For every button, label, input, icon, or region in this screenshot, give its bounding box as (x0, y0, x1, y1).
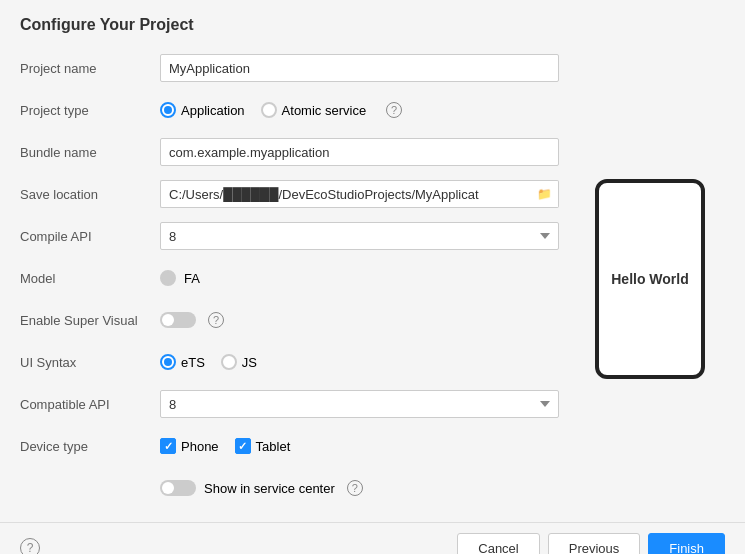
dialog-content: Configure Your Project Project name Proj… (0, 0, 745, 522)
model-radio-row: FA (160, 270, 559, 286)
atomic-service-label: Atomic service (282, 103, 367, 118)
phone-label: Phone (181, 439, 219, 454)
show-service-center-help-icon[interactable]: ? (347, 480, 363, 496)
device-type-row: Device type Phone Tablet (20, 428, 559, 464)
save-location-field-wrapper: 📁 (160, 180, 559, 208)
hello-world-text: Hello World (611, 271, 689, 287)
compile-api-select[interactable]: 8 (160, 222, 559, 250)
project-name-field (160, 54, 559, 82)
device-type-field: Phone Tablet (160, 438, 559, 454)
show-service-center-group: Show in service center ? (160, 480, 559, 496)
save-location-input[interactable] (160, 180, 531, 208)
model-row: Model FA (20, 260, 559, 296)
tablet-checkbox[interactable]: Tablet (235, 438, 291, 454)
bundle-name-input[interactable] (160, 138, 559, 166)
model-field: FA (160, 270, 559, 286)
finish-button[interactable]: Finish (648, 533, 725, 554)
ui-syntax-field: eTS JS (160, 354, 559, 370)
show-service-center-row: Show in service center ? (20, 470, 559, 506)
save-location-field: 📁 (160, 180, 559, 208)
tablet-label: Tablet (256, 439, 291, 454)
ets-label: eTS (181, 355, 205, 370)
project-type-control: Application Atomic service ? (160, 102, 559, 118)
application-radio-button[interactable] (160, 102, 176, 118)
ets-radio[interactable]: eTS (160, 354, 205, 370)
dialog-footer: ? Cancel Previous Finish (0, 522, 745, 554)
ui-syntax-label: UI Syntax (20, 355, 160, 370)
footer-help-icon[interactable]: ? (20, 538, 40, 554)
ui-syntax-row: UI Syntax eTS JS (20, 344, 559, 380)
folder-browse-button[interactable]: 📁 (531, 180, 559, 208)
ets-radio-button[interactable] (160, 354, 176, 370)
project-name-label: Project name (20, 61, 160, 76)
phone-preview: Hello World (595, 179, 705, 379)
compile-api-field: 8 (160, 222, 559, 250)
cancel-button[interactable]: Cancel (457, 533, 539, 554)
atomic-service-radio-button[interactable] (261, 102, 277, 118)
js-radio[interactable]: JS (221, 354, 257, 370)
model-value: FA (184, 271, 200, 286)
show-service-center-label: Show in service center (204, 481, 335, 496)
save-location-row: Save location 📁 (20, 176, 559, 212)
application-radio[interactable]: Application (160, 102, 245, 118)
bundle-name-row: Bundle name (20, 134, 559, 170)
tablet-checkbox-button[interactable] (235, 438, 251, 454)
project-type-row: Project type Application Atomic service … (20, 92, 559, 128)
configure-project-dialog: Configure Your Project Project name Proj… (0, 0, 745, 554)
form-section: Configure Your Project Project name Proj… (20, 16, 559, 512)
model-radio-button[interactable] (160, 270, 176, 286)
js-radio-button[interactable] (221, 354, 237, 370)
ui-syntax-radio-group: eTS JS (160, 354, 559, 370)
bundle-name-field (160, 138, 559, 166)
show-service-center-toggle[interactable] (160, 480, 196, 496)
device-type-label: Device type (20, 439, 160, 454)
compatible-api-row: Compatible API 8 (20, 386, 559, 422)
bundle-name-label: Bundle name (20, 145, 160, 160)
model-label: Model (20, 271, 160, 286)
project-type-radio-group: Application Atomic service ? (160, 102, 559, 118)
compatible-api-label: Compatible API (20, 397, 160, 412)
phone-checkbox-button[interactable] (160, 438, 176, 454)
dialog-title: Configure Your Project (20, 16, 559, 34)
enable-super-visual-row: Enable Super Visual ? (20, 302, 559, 338)
compile-api-label: Compile API (20, 229, 160, 244)
compatible-api-field: 8 (160, 390, 559, 418)
compatible-api-select[interactable]: 8 (160, 390, 559, 418)
show-service-center-field: Show in service center ? (160, 480, 559, 496)
project-name-input[interactable] (160, 54, 559, 82)
project-type-help-icon[interactable]: ? (386, 102, 402, 118)
super-visual-help-icon[interactable]: ? (208, 312, 224, 328)
previous-button[interactable]: Previous (548, 533, 641, 554)
toggle-group: ? (160, 312, 559, 328)
project-type-label: Project type (20, 103, 160, 118)
js-label: JS (242, 355, 257, 370)
compile-api-row: Compile API 8 (20, 218, 559, 254)
preview-section: Hello World (575, 16, 725, 512)
super-visual-toggle[interactable] (160, 312, 196, 328)
device-type-group: Phone Tablet (160, 438, 559, 454)
save-location-label: Save location (20, 187, 160, 202)
enable-super-visual-field: ? (160, 312, 559, 328)
enable-super-visual-label: Enable Super Visual (20, 313, 160, 328)
atomic-service-radio[interactable]: Atomic service (261, 102, 367, 118)
phone-checkbox[interactable]: Phone (160, 438, 219, 454)
application-label: Application (181, 103, 245, 118)
project-name-row: Project name (20, 50, 559, 86)
